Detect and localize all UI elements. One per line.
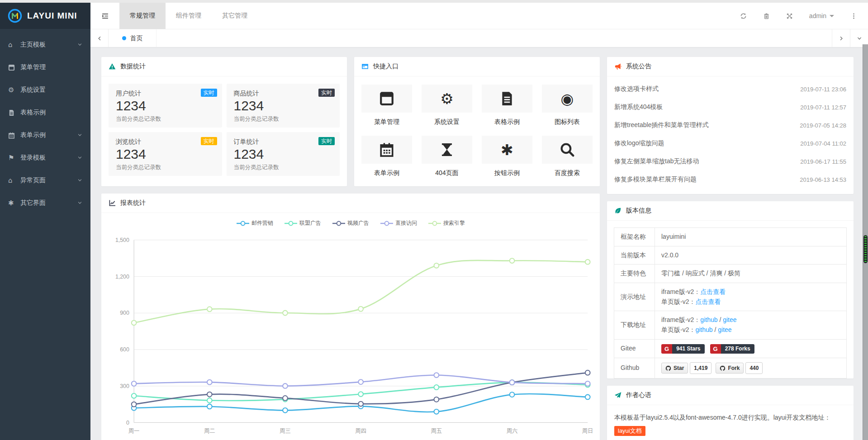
link[interactable]: github — [700, 316, 717, 323]
refresh-button[interactable] — [740, 13, 747, 19]
right-column: 系统公告 修改选项卡样式2019-07-11 23:06新增系统404模板201… — [607, 57, 854, 440]
panel-notice: 系统公告 修改选项卡样式2019-07-11 23:06新增系统404模板201… — [607, 57, 854, 194]
link[interactable]: 点击查看 — [700, 288, 726, 295]
stat-card-4[interactable]: 订单统计实时1234当前分类总记录数 — [227, 132, 340, 176]
sidebar-item-2[interactable]: 菜单管理 — [0, 56, 90, 79]
quick-entry-2[interactable]: ⚙系统设置 — [422, 85, 472, 126]
stat-card-2[interactable]: 商品统计实时1234当前分类总记录数 — [227, 84, 340, 128]
gitee-badge[interactable]: G278 Forks — [710, 344, 754, 354]
version-row-value: Star1,419Fork440 — [655, 358, 847, 378]
link-line: iframe版-v2：github / gitee — [661, 315, 840, 325]
notice-item-6[interactable]: 修复多模块菜单栏展开有问题2019-06-13 14:53 — [607, 170, 854, 189]
topbar: 常规管理组件管理其它管理 admin — [90, 3, 868, 29]
github-button[interactable]: Star — [661, 363, 688, 374]
stat-card-value: 1234 — [116, 98, 215, 114]
fullscreen-button[interactable] — [786, 13, 793, 19]
dots-vertical-icon — [850, 13, 857, 19]
quick-entry-4[interactable]: ◉图标列表 — [542, 85, 593, 126]
sidebar-item-4[interactable]: 表格示例 — [0, 101, 90, 124]
notice-item-4[interactable]: 修改logo缩放问题2019-07-04 11:02 — [607, 134, 854, 152]
sidebar-item-7[interactable]: ⌂异常页面 — [0, 169, 90, 192]
home-icon: ⌂ — [8, 41, 13, 49]
version-row-label: 当前版本 — [614, 246, 655, 265]
header-tab-1[interactable]: 常规管理 — [119, 3, 166, 29]
quick-entry-label: 图标列表 — [542, 118, 593, 126]
sidebar-collapse-button[interactable] — [90, 3, 119, 29]
sidebar-item-5[interactable]: 表单示例 — [0, 124, 90, 147]
window-scrollbar[interactable] — [863, 44, 868, 440]
gitee-logo: G — [710, 344, 721, 354]
scrollbar-thumb[interactable] — [863, 235, 868, 263]
panel-author-header: 作者心语 — [607, 386, 854, 405]
chevron-right-icon — [839, 36, 844, 41]
sidebar-item-1[interactable]: ⌂主页模板 — [0, 33, 90, 56]
notice-item-2[interactable]: 新增系统404模板2019-07-11 12:57 — [607, 98, 854, 116]
stat-card-desc: 当前分类总记录数 — [234, 164, 333, 171]
svg-text:周日: 周日 — [582, 428, 593, 434]
legend-item[interactable]: 直接访问 — [380, 219, 417, 227]
tab-home[interactable]: 首页 — [109, 29, 157, 47]
legend-item[interactable]: 搜索引擎 — [428, 219, 465, 227]
sidebar-item-8[interactable]: ✱其它界面 — [0, 192, 90, 214]
quick-entry-3[interactable]: 表格示例 — [482, 85, 532, 126]
topbar-actions: admin — [740, 3, 868, 29]
notice-text: 修改logo缩放问题 — [614, 139, 664, 147]
sidebar-item-label: 系统设置 — [20, 86, 46, 94]
quick-entry-6[interactable]: 404页面 — [422, 136, 472, 177]
sidebar-item-3[interactable]: ⚙系统设置 — [0, 79, 90, 101]
version-row-label: Gitee — [614, 339, 655, 358]
active-tab-dot — [122, 36, 126, 40]
stat-card-3[interactable]: 浏览统计实时1234当前分类总记录数 — [109, 132, 222, 176]
link[interactable]: 点击查看 — [695, 298, 721, 305]
notice-item-1[interactable]: 修改选项卡样式2019-07-11 23:06 — [607, 80, 854, 98]
chevron-down-icon — [857, 36, 862, 41]
stat-card-label: 用户统计 — [116, 90, 215, 98]
legend-item[interactable]: 联盟广告 — [284, 219, 321, 227]
logo[interactable]: LAYUI MINI — [0, 3, 90, 29]
stat-card-1[interactable]: 用户统计实时1234当前分类总记录数 — [109, 84, 222, 128]
quick-entry-8[interactable]: 百度搜索 — [542, 136, 593, 177]
notice-text: 新增系统404模板 — [614, 103, 663, 111]
stat-card-desc: 当前分类总记录数 — [116, 164, 215, 171]
github-icon — [720, 365, 726, 371]
more-menu-button[interactable] — [850, 13, 857, 19]
quick-entry-1[interactable]: 菜单管理 — [361, 85, 412, 126]
version-row-4: 演示地址iframe版-v2：点击查看单页版-v2：点击查看 — [614, 283, 847, 311]
legend-marker-icon — [428, 220, 441, 227]
layui-doc-badge[interactable]: layui文档 — [614, 426, 645, 436]
app-title: LAYUI MINI — [27, 11, 77, 21]
version-row-label: Github — [614, 358, 655, 378]
quick-entry-5[interactable]: 表单示例 — [361, 136, 412, 177]
tab-scroll-left-button[interactable] — [90, 29, 109, 47]
link[interactable]: github — [695, 326, 712, 333]
sidebar-item-label: 表单示例 — [20, 131, 46, 139]
notice-item-5[interactable]: 修复左侧菜单缩放tab无法移动2019-06-17 11:55 — [607, 152, 854, 170]
link[interactable]: gitee — [723, 316, 736, 323]
legend-item[interactable]: 邮件营销 — [236, 219, 273, 227]
panel-version: 版本信息 框架名称layuimini当前版本v2.0.0主要特色零门槛 / 响应… — [607, 201, 854, 378]
clear-cache-button[interactable] — [763, 13, 770, 19]
sidebar-item-label: 表格示例 — [20, 109, 46, 117]
user-dropdown[interactable]: admin — [809, 12, 834, 19]
header-tab-2[interactable]: 组件管理 — [166, 3, 212, 29]
svg-text:1,500: 1,500 — [115, 237, 129, 243]
asterisk-icon: ✱ — [8, 199, 14, 207]
github-button[interactable]: Fork — [716, 363, 744, 374]
quick-entry-7[interactable]: ✱按钮示例 — [482, 136, 532, 177]
notice-item-3[interactable]: 新增treetable插件和菜单管理样式2019-07-05 14:28 — [607, 116, 854, 134]
version-row-value: layuimini — [655, 228, 847, 246]
main-area: 常规管理组件管理其它管理 admin 首页 — [90, 3, 868, 440]
sidebar-item-6[interactable]: ⚑登录模板 — [0, 147, 90, 169]
legend-item[interactable]: 视频广告 — [332, 219, 369, 227]
link[interactable]: gitee — [718, 326, 731, 333]
legend-marker-icon — [284, 220, 298, 227]
header-nav-tabs: 常规管理组件管理其它管理 — [119, 3, 258, 29]
tab-scroll-right-button[interactable] — [832, 29, 850, 47]
gitee-badge[interactable]: G941 Stars — [661, 344, 705, 354]
refresh-icon — [740, 13, 747, 19]
svg-text:1,200: 1,200 — [115, 274, 129, 280]
gitee-logo: G — [661, 344, 672, 354]
sidebar-item-label: 主页模板 — [20, 41, 46, 49]
header-tab-3[interactable]: 其它管理 — [212, 3, 258, 29]
link-line: iframe版-v2：点击查看 — [661, 287, 840, 297]
